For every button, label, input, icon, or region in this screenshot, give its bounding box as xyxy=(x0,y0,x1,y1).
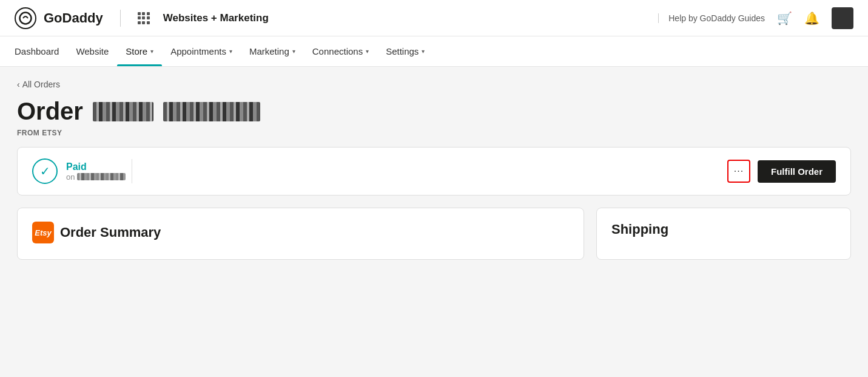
order-number-redacted xyxy=(93,102,153,121)
cart-icon[interactable]: 🛒 xyxy=(777,11,792,25)
check-circle-icon: ✓ xyxy=(40,164,50,178)
bottom-section: Etsy Order Summary Shipping xyxy=(17,208,851,260)
nav-item-settings[interactable]: Settings ▾ xyxy=(377,36,433,66)
paid-label: Paid xyxy=(66,161,126,172)
logo-area: GoDaddy Websites + Marketing xyxy=(15,7,269,29)
back-arrow-icon: ‹ xyxy=(17,80,20,89)
nav-item-appointments[interactable]: Appointments ▾ xyxy=(162,36,241,66)
godaddy-logo[interactable] xyxy=(15,7,36,29)
order-title: Order xyxy=(17,98,83,125)
nav-item-store[interactable]: Store ▾ xyxy=(117,36,162,66)
paid-date: on xyxy=(66,172,126,182)
paid-icon-wrapper: ✓ xyxy=(32,158,58,184)
nav-item-marketing[interactable]: Marketing ▾ xyxy=(241,36,304,66)
order-summary-title: Order Summary xyxy=(60,225,161,240)
svg-point-0 xyxy=(20,12,32,24)
back-link[interactable]: ‹ All Orders xyxy=(17,80,60,89)
paid-date-redacted xyxy=(77,173,126,180)
shipping-title: Shipping xyxy=(611,222,668,237)
paid-info: Paid on xyxy=(66,161,126,182)
shipping-card: Shipping xyxy=(596,208,851,260)
nav-item-website[interactable]: Website xyxy=(67,36,117,66)
back-label: All Orders xyxy=(22,80,60,89)
app-section-label: Websites + Marketing xyxy=(163,12,269,24)
connections-chevron-icon: ▾ xyxy=(366,48,369,55)
top-header: GoDaddy Websites + Marketing Help by GoD… xyxy=(0,0,868,36)
appointments-chevron-icon: ▾ xyxy=(229,48,232,55)
status-card: ✓ Paid on ··· Fulfill Order xyxy=(17,147,851,195)
more-options-button[interactable]: ··· xyxy=(727,160,750,183)
header-right: Help by GoDaddy Guides 🛒 🔔 xyxy=(658,7,853,29)
etsy-badge: Etsy xyxy=(32,222,54,243)
card-actions: ··· Fulfill Order xyxy=(727,160,836,183)
summary-title-row: Etsy Order Summary xyxy=(32,222,569,243)
order-summary-card: Etsy Order Summary xyxy=(17,208,584,260)
order-source: FROM ETSY xyxy=(17,129,851,137)
bell-icon[interactable]: 🔔 xyxy=(804,11,819,25)
order-title-row: Order xyxy=(17,98,851,125)
shipping-title-row: Shipping xyxy=(611,222,836,237)
settings-chevron-icon: ▾ xyxy=(422,48,425,55)
grid-icon xyxy=(138,12,150,24)
user-avatar[interactable] xyxy=(832,7,853,29)
store-chevron-icon: ▾ xyxy=(150,48,153,55)
header-divider xyxy=(120,10,121,27)
page-content: ‹ All Orders Order FROM ETSY ✓ Paid on ·… xyxy=(0,67,868,377)
nav-bar: Dashboard Website Store ▾ Appointments ▾… xyxy=(0,36,868,67)
godaddy-wordmark: GoDaddy xyxy=(44,10,103,26)
fulfill-order-button[interactable]: Fulfill Order xyxy=(758,160,836,183)
paid-divider xyxy=(132,159,132,183)
order-id-redacted xyxy=(163,102,260,121)
help-text: Help by GoDaddy Guides xyxy=(658,13,765,23)
nav-item-connections[interactable]: Connections ▾ xyxy=(304,36,377,66)
nav-item-dashboard[interactable]: Dashboard xyxy=(15,36,67,66)
marketing-chevron-icon: ▾ xyxy=(292,48,295,55)
